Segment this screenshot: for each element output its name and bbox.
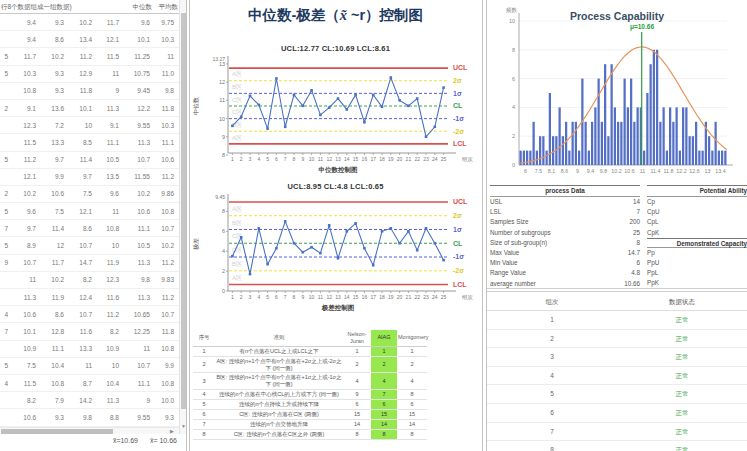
- table-cell: 4: [0, 311, 10, 318]
- svg-text:13: 13: [335, 294, 341, 300]
- table-cell: 12.9: [66, 70, 94, 77]
- table-cell: 10.1: [10, 328, 38, 335]
- svg-text:7.5: 7.5: [535, 168, 542, 174]
- table-cell: 9.3: [152, 414, 176, 421]
- svg-text:18: 18: [379, 156, 385, 162]
- table-cell: 9: [0, 259, 10, 266]
- svg-text:UCL: UCL: [453, 198, 468, 205]
- pd-value: 14: [633, 197, 640, 207]
- table-row: 710.112.811.68.212.2511.8: [0, 323, 179, 340]
- rules-cell: 9: [343, 390, 371, 400]
- pd-value: 7: [636, 207, 640, 217]
- group-status-table: 组次 数据状态 1正常2正常3正常4正常5正常6正常7正常8正常: [487, 293, 747, 451]
- summary-mean: x̄= 10.66: [150, 437, 177, 444]
- process-data-row: Range Value4.8: [490, 268, 640, 278]
- rules-header: Nelson-Juran: [343, 330, 371, 346]
- table-cell: 11.3: [10, 294, 38, 301]
- table-cell: 10.2: [152, 242, 176, 249]
- index-label: Cp: [647, 197, 655, 207]
- svg-text:2: 2: [512, 133, 515, 139]
- table-cell: 8.9: [10, 242, 38, 249]
- histogram-title: Process Capability: [487, 10, 747, 22]
- column-header-median: 中位数: [122, 3, 152, 12]
- svg-text:A区: A区: [232, 70, 242, 77]
- rules-header: AIAG: [371, 330, 397, 346]
- horizontal-scrollbar-thumb[interactable]: [1, 429, 113, 434]
- svg-text:B区: B区: [232, 219, 242, 226]
- capability-index-row: PpK: [647, 278, 747, 288]
- scroll-right-icon[interactable]: ▶: [170, 428, 174, 434]
- status-row: 2正常: [487, 330, 747, 349]
- svg-text:4: 4: [512, 104, 515, 110]
- table-cell: 10.2: [38, 53, 66, 60]
- table-cell: 11.9: [94, 259, 121, 266]
- table-cell: 2: [0, 105, 10, 112]
- status-row: 6正常: [487, 404, 747, 423]
- svg-text:8.1: 8.1: [548, 168, 555, 174]
- status-row: 1正常: [487, 311, 747, 330]
- rules-cell: 有n个点落在UCL之上或LCL之下: [215, 346, 343, 356]
- median-chart-limits-label: UCL:12.77 CL:10.69 LCL:8.61: [190, 44, 481, 53]
- index-label: CpU: [647, 207, 660, 217]
- table-cell: 11.2: [152, 259, 176, 266]
- svg-text:9: 9: [301, 294, 304, 300]
- table-row: 29.113.610.111.312.211.8: [0, 100, 179, 117]
- table-row: 9.49.310.211.79.69.75: [0, 14, 179, 31]
- rules-cell: 2: [193, 356, 215, 373]
- table-cell: 9.8: [66, 414, 94, 421]
- svg-text:8: 8: [222, 208, 225, 214]
- table-cell: 9: [94, 87, 121, 94]
- capability-indices-table: Potential Ability CpCpUCpLCpK Demonstrat…: [647, 185, 747, 289]
- svg-text:19: 19: [388, 294, 394, 300]
- table-cell: 10.8: [152, 345, 176, 352]
- svg-text:9: 9: [301, 156, 304, 162]
- svg-text:20: 20: [397, 156, 403, 162]
- pd-value: 6: [636, 258, 640, 268]
- table-cell: 9.45: [121, 87, 152, 94]
- svg-text:8: 8: [293, 156, 296, 162]
- svg-text:B区: B区: [232, 260, 242, 267]
- table-body: 9.49.310.211.79.69.759.48.613.412.110.11…: [0, 14, 179, 427]
- table-cell: 7.9: [38, 397, 66, 404]
- index-label: CpL: [647, 217, 659, 227]
- pd-value: 25: [633, 228, 640, 238]
- svg-text:1: 1: [231, 156, 234, 162]
- table-cell: 10.2: [38, 276, 66, 283]
- svg-text:2: 2: [240, 294, 243, 300]
- table-cell: 9.6: [121, 19, 152, 26]
- svg-text:21: 21: [406, 294, 412, 300]
- table-row: 12.37.2109.19.5510.3: [0, 117, 179, 134]
- rules-cell: 8: [343, 429, 371, 439]
- rules-row: 4连续的n个点落在中心线CL的上方或下方 (同一侧)978: [193, 390, 427, 400]
- svg-text:-2σ: -2σ: [453, 267, 464, 274]
- table-cell: 10: [94, 242, 121, 249]
- table-cell: 7.5: [10, 362, 38, 369]
- vertical-scrollbar[interactable]: ▼: [179, 0, 186, 434]
- svg-text:CL: CL: [453, 102, 463, 109]
- svg-text:9.45: 9.45: [215, 194, 225, 200]
- table-row: 511.710.211.211.511.2511: [0, 48, 179, 65]
- horizontal-scrollbar[interactable]: ▶: [0, 427, 179, 434]
- table-cell: 8.6: [38, 36, 66, 43]
- svg-text:极差控制图: 极差控制图: [321, 304, 355, 312]
- table-cell: 13.6: [38, 105, 66, 112]
- table-cell: 9.3: [38, 70, 66, 77]
- group-number: 4: [487, 367, 617, 385]
- table-cell: 10.6: [38, 190, 66, 197]
- table-row: 57.510.4111010.79.9: [0, 358, 179, 375]
- table-cell: 10.8: [152, 380, 176, 387]
- table-cell: 10.8: [152, 208, 176, 215]
- table-cell: 10.6: [10, 414, 38, 421]
- svg-text:23: 23: [423, 156, 429, 162]
- table-row: 9.48.613.412.110.110.3: [0, 31, 179, 48]
- svg-text:6: 6: [512, 76, 515, 82]
- table-cell: 11.4: [66, 156, 94, 163]
- table-cell: 12: [38, 242, 66, 249]
- pd-label: Min Value: [490, 258, 518, 268]
- table-cell: 9.4: [10, 19, 38, 26]
- svg-text:19: 19: [388, 156, 394, 162]
- table-summary: x̃=10.69 x̄= 10.66: [0, 437, 177, 444]
- status-badge: 正常: [617, 311, 747, 329]
- rules-cell: 4: [397, 373, 427, 390]
- table-cell: 9.9: [38, 173, 66, 180]
